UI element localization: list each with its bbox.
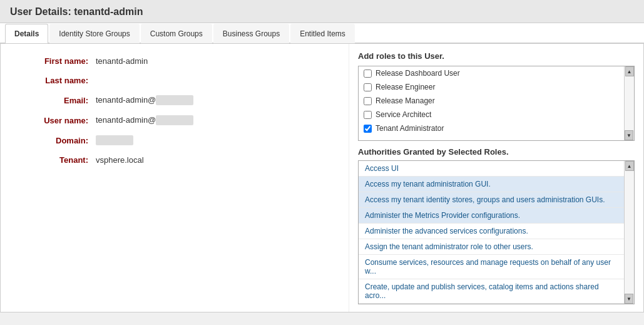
authorities-scroll-down[interactable]: ▼ [625,294,633,304]
domain-row: Domain: [19,135,330,145]
role-release-manager[interactable]: Release Manager [359,94,624,108]
tab-details[interactable]: Details [5,24,48,43]
authorities-scroll-area: Access UI Access my tenant administratio… [359,161,634,304]
auth-assign-tenant-admin[interactable]: Assign the tenant administrator role to … [359,239,624,255]
auth-access-ui[interactable]: Access UI [359,161,624,177]
tab-business-groups[interactable]: Business Groups [213,24,289,43]
tenant-row: Tenant: vsphere.local [19,155,330,165]
username-row: User name: tenantd-admin@ [19,115,330,125]
tabs-bar: Details Identity Store Groups Custom Gro… [0,23,644,43]
auth-advanced-services[interactable]: Administer the advanced services configu… [359,224,624,239]
authorities-box: Access UI Access my tenant administratio… [358,160,635,304]
role-release-manager-label: Release Manager [376,96,435,105]
roles-scroll-down[interactable]: ▼ [625,130,633,140]
last-name-row: Last name: [19,76,330,85]
first-name-value: tenantd-admin [96,56,148,66]
page-header: User Details: tenantd-admin Details Iden… [0,0,644,43]
auth-identity-stores[interactable]: Access my tenant identity stores, groups… [359,192,624,208]
domain-value [96,135,133,145]
roles-scrollbar[interactable]: ▲ ▼ [624,66,634,140]
page-title: User Details: tenantd-admin [10,6,143,17]
role-release-dashboard-user-label: Release Dashboard User [376,69,460,78]
email-blurred [156,95,193,105]
first-name-row: First name: tenantd-admin [19,56,330,66]
role-service-architect-checkbox[interactable] [364,111,372,119]
auth-tenant-admin-gui[interactable]: Access my tenant administration GUI. [359,177,624,192]
role-service-architect-label: Service Architect [376,110,431,119]
authorities-scroll-up[interactable]: ▲ [625,161,634,171]
tab-custom-groups[interactable]: Custom Groups [141,24,212,43]
authorities-scrollbar[interactable]: ▲ ▼ [624,161,634,304]
tab-entitled-items[interactable]: Entitled Items [290,24,355,43]
roles-scroll-area: Release Dashboard User Release Engineer … [359,66,634,140]
domain-label: Domain: [19,136,88,145]
username-value: tenantd-admin@ [96,115,193,125]
username-blurred [156,115,193,125]
email-row: Email: tenantd-admin@ [19,95,330,105]
roles-box: Release Dashboard User Release Engineer … [358,66,635,141]
username-label: User name: [19,116,88,125]
tenant-label: Tenant: [19,155,88,165]
role-release-engineer-label: Release Engineer [376,83,435,91]
right-panel: Add roles to this User. Release Dashboar… [349,44,643,312]
role-release-engineer-checkbox[interactable] [364,83,372,91]
tab-identity-store-groups[interactable]: Identity Store Groups [49,24,139,43]
role-release-dashboard-user[interactable]: Release Dashboard User [359,66,624,80]
email-label: Email: [19,96,88,105]
role-tenant-administrator-checkbox[interactable] [364,125,372,133]
auth-metrics[interactable]: Administer the Metrics Provider configur… [359,208,624,224]
tenant-value: vsphere.local [96,155,144,165]
email-value: tenantd-admin@ [96,95,193,105]
role-tenant-administrator-label: Tenant Administrator [376,124,444,133]
last-name-label: Last name: [19,76,88,85]
authorities-section-title: Authorities Granted by Selected Roles. [358,147,635,157]
roles-section-title: Add roles to this User. [358,51,635,61]
content-area: First name: tenantd-admin Last name: Ema… [0,43,644,312]
role-tenant-administrator[interactable]: Tenant Administrator [359,121,624,135]
roles-scroll-up[interactable]: ▲ [625,66,634,76]
auth-consume-services[interactable]: Consume services, resources and manage r… [359,255,624,279]
role-release-dashboard-user-checkbox[interactable] [364,70,372,78]
role-release-manager-checkbox[interactable] [364,97,372,105]
auth-create-publish[interactable]: Create, update and publish services, cat… [359,279,624,304]
first-name-label: First name: [19,56,88,66]
left-panel: First name: tenantd-admin Last name: Ema… [1,44,349,312]
role-release-engineer[interactable]: Release Engineer [359,80,624,94]
role-service-architect[interactable]: Service Architect [359,108,624,121]
